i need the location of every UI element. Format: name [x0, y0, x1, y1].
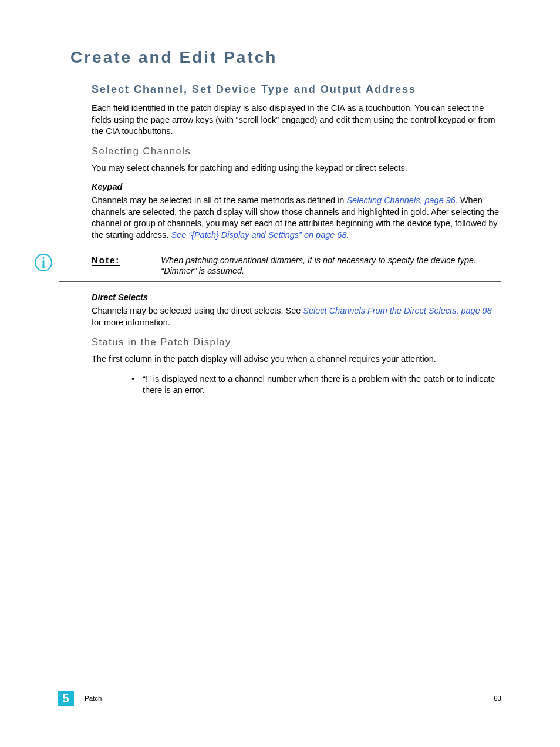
- paragraph: Channels may be selected in all of the s…: [92, 195, 501, 241]
- note-label: Note:: [92, 255, 120, 266]
- footer-section-title: Patch: [85, 695, 102, 702]
- page-number: 63: [494, 695, 501, 702]
- note-block: Note: When patching conventional dimmers…: [59, 250, 501, 282]
- link-patch-display-settings[interactable]: See “{Patch} Display and Settings” on pa…: [171, 230, 349, 240]
- list-item: • “!” is displayed next to a channel num…: [131, 374, 501, 396]
- heading-1: Create and Edit Patch: [70, 48, 501, 67]
- bullet-text: “!” is displayed next to a channel numbe…: [143, 374, 501, 396]
- text-run: for more information.: [92, 318, 170, 327]
- paragraph: You may select channels for patching and…: [92, 163, 501, 174]
- chapter-number-badge: 5: [58, 691, 74, 706]
- svg-rect-2: [43, 260, 45, 267]
- heading-3: Selecting Channels: [92, 146, 501, 157]
- note-text: When patching conventional dimmers, it i…: [161, 255, 501, 277]
- bullet-marker: •: [131, 374, 134, 396]
- text-run: Channels may be selected using the direc…: [92, 306, 303, 315]
- heading-4: Direct Selects: [92, 292, 501, 302]
- paragraph: The first column in the patch display wi…: [92, 354, 501, 365]
- svg-rect-3: [42, 266, 46, 267]
- paragraph: Channels may be selected using the direc…: [92, 305, 501, 328]
- link-selecting-channels[interactable]: Selecting Channels, page 96: [346, 196, 455, 205]
- page-footer: 5 Patch 63: [58, 691, 501, 706]
- info-icon: [34, 253, 53, 272]
- heading-3: Status in the Patch Display: [92, 337, 501, 348]
- text-run: Channels may be selected in all of the s…: [92, 196, 346, 205]
- heading-2: Select Channel, Set Device Type and Outp…: [92, 83, 501, 96]
- link-direct-selects[interactable]: Select Channels From the Direct Selects,…: [303, 306, 492, 315]
- bullet-list: • “!” is displayed next to a channel num…: [131, 374, 501, 396]
- paragraph: Each field identified in the patch displ…: [92, 103, 501, 137]
- svg-point-1: [42, 257, 44, 258]
- heading-4: Keypad: [92, 182, 501, 191]
